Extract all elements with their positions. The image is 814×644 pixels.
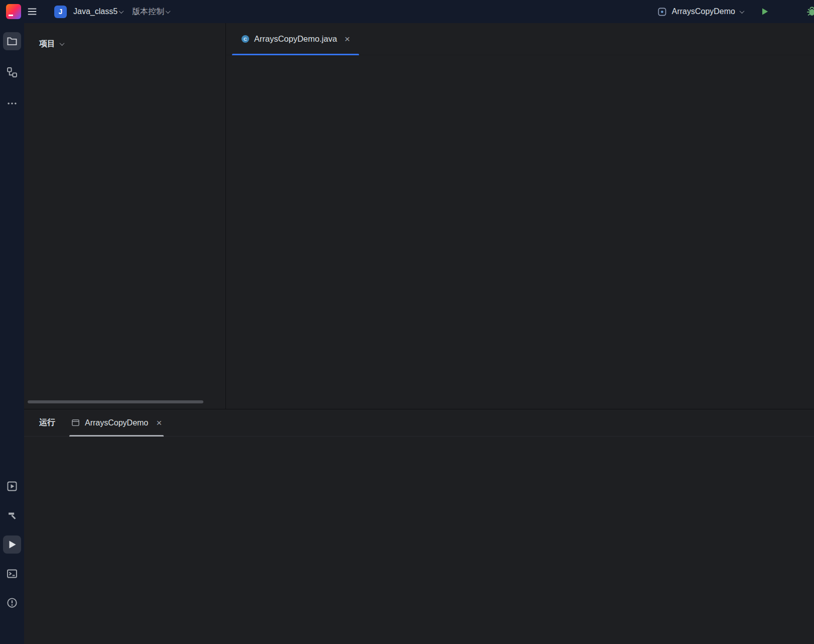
run-tab-close-icon[interactable] — [156, 417, 162, 428]
run-icon — [7, 539, 18, 550]
tool-window-button-terminal[interactable] — [3, 565, 21, 583]
intellij-logo-icon — [6, 4, 21, 19]
tool-window-button-problems[interactable] — [3, 594, 21, 612]
titlebar: J Java_class5 版本控制 ArraysCopyDemo — [0, 0, 814, 23]
more-icon — [7, 98, 18, 109]
editor-area: C ArraysCopyDemo.java — [226, 23, 814, 409]
tool-window-button-services[interactable] — [3, 477, 21, 495]
project-panel: 项目 — [24, 23, 226, 409]
editor-tab-active[interactable]: C ArraysCopyDemo.java — [232, 23, 359, 55]
structure-icon — [7, 67, 18, 78]
intellij-window: J Java_class5 版本控制 ArraysCopyDemo — [0, 0, 814, 644]
content-column: 项目 C ArraysCopyDemo.java — [24, 23, 814, 644]
run-widget: ArraysCopyDemo — [657, 3, 814, 20]
debug-bug-icon — [806, 6, 814, 18]
run-config-icon — [657, 7, 667, 17]
project-panel-title: 项目 — [39, 39, 55, 49]
vcs-widget[interactable]: 版本控制 — [132, 7, 164, 17]
hamburger-icon — [27, 6, 38, 17]
horizontal-scrollbar[interactable] — [28, 400, 203, 403]
services-icon — [7, 481, 18, 492]
project-panel-chevron-icon[interactable] — [60, 41, 65, 46]
tool-window-button-project-folder[interactable] — [3, 32, 21, 50]
tool-window-strip — [0, 23, 24, 644]
class-file-icon: C — [241, 35, 250, 43]
project-name[interactable]: Java_class5 — [73, 7, 118, 16]
svg-text:C: C — [244, 36, 247, 42]
tool-strip-bottom — [3, 477, 21, 623]
console-toolbar — [24, 463, 53, 644]
tool-window-button-more[interactable] — [3, 94, 21, 113]
project-avatar: J — [54, 6, 67, 18]
project-chevron-icon[interactable] — [119, 9, 124, 14]
tool-window-button-run[interactable] — [3, 535, 21, 554]
main-row: 项目 C ArraysCopyDemo.java — [0, 23, 814, 644]
run-toolbar — [24, 437, 814, 463]
tool-window-button-build-hammer[interactable] — [3, 506, 21, 524]
upper-area: 项目 C ArraysCopyDemo.java — [24, 23, 814, 409]
tab-close-icon[interactable] — [344, 34, 350, 45]
play-icon — [760, 7, 770, 17]
run-panel-body — [24, 463, 814, 644]
run-button[interactable] — [756, 3, 774, 20]
editor-tabbar: C ArraysCopyDemo.java — [226, 23, 814, 55]
run-tab-window-icon — [71, 418, 80, 427]
debug-button[interactable] — [803, 3, 814, 20]
run-panel-title: 运行 — [39, 409, 55, 436]
console-output[interactable] — [53, 463, 814, 644]
terminal-icon — [7, 568, 18, 579]
run-tab-active[interactable]: ArraysCopyDemo — [69, 409, 164, 436]
editor-tab-title: ArraysCopyDemo.java — [254, 34, 337, 44]
project-panel-header: 项目 — [24, 23, 225, 55]
vcs-chevron-icon[interactable] — [166, 9, 171, 14]
main-menu-button[interactable] — [23, 3, 41, 20]
run-tab-title: ArraysCopyDemo — [85, 418, 148, 427]
run-config-chevron-icon[interactable] — [740, 9, 745, 14]
project-folder-icon — [7, 36, 18, 47]
run-tool-window: 运行 ArraysCopyDemo — [24, 409, 814, 644]
run-panel-tabbar: 运行 ArraysCopyDemo — [24, 409, 814, 437]
run-config-name[interactable]: ArraysCopyDemo — [672, 7, 735, 16]
code-area[interactable] — [226, 55, 814, 409]
problems-icon — [7, 597, 18, 608]
build-hammer-icon — [7, 510, 18, 521]
tool-window-button-structure[interactable] — [3, 63, 21, 81]
